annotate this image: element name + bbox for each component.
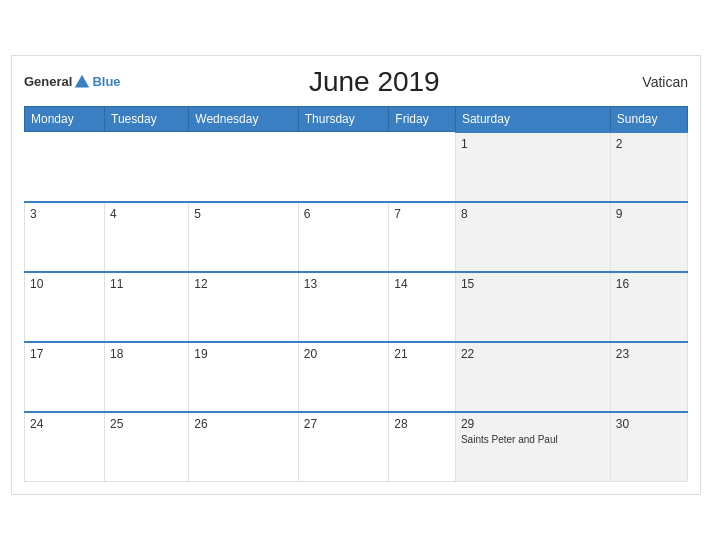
- country-label: Vatican: [628, 74, 688, 90]
- calendar-cell: 11: [105, 272, 189, 342]
- calendar-cell: 14: [389, 272, 456, 342]
- logo-blue-text: Blue: [92, 74, 120, 89]
- calendar-cell: 3: [25, 202, 105, 272]
- day-number: 14: [394, 277, 450, 291]
- calendar-cell: 9: [610, 202, 687, 272]
- day-number: 15: [461, 277, 605, 291]
- calendar-cell: [25, 132, 105, 202]
- day-number: 27: [304, 417, 384, 431]
- day-number: 28: [394, 417, 450, 431]
- day-number: 3: [30, 207, 99, 221]
- calendar-week-3: 10111213141516: [25, 272, 688, 342]
- column-header-tuesday: Tuesday: [105, 106, 189, 132]
- calendar-cell: 26: [189, 412, 298, 482]
- calendar-cell: 18: [105, 342, 189, 412]
- day-number: 25: [110, 417, 183, 431]
- column-header-sunday: Sunday: [610, 106, 687, 132]
- calendar-cell: 23: [610, 342, 687, 412]
- day-number: 24: [30, 417, 99, 431]
- calendar-cell: 7: [389, 202, 456, 272]
- calendar-cell: 20: [298, 342, 389, 412]
- calendar-cell: 24: [25, 412, 105, 482]
- calendar-week-4: 17181920212223: [25, 342, 688, 412]
- calendar-cell: 6: [298, 202, 389, 272]
- day-number: 19: [194, 347, 292, 361]
- calendar-cell: 17: [25, 342, 105, 412]
- calendar-cell: 10: [25, 272, 105, 342]
- calendar-cell: 25: [105, 412, 189, 482]
- calendar-container: General Blue June 2019 Vatican MondayTue…: [11, 55, 701, 496]
- calendar-cell: 29Saints Peter and Paul: [455, 412, 610, 482]
- calendar-cell: 30: [610, 412, 687, 482]
- calendar-cell: 5: [189, 202, 298, 272]
- day-number: 21: [394, 347, 450, 361]
- calendar-cell: 2: [610, 132, 687, 202]
- column-header-monday: Monday: [25, 106, 105, 132]
- month-title: June 2019: [121, 66, 628, 98]
- day-number: 2: [616, 137, 682, 151]
- day-headers: MondayTuesdayWednesdayThursdayFridaySatu…: [25, 106, 688, 132]
- day-number: 16: [616, 277, 682, 291]
- day-number: 29: [461, 417, 605, 431]
- column-header-saturday: Saturday: [455, 106, 610, 132]
- svg-marker-0: [75, 75, 89, 88]
- calendar-cell: 16: [610, 272, 687, 342]
- column-header-wednesday: Wednesday: [189, 106, 298, 132]
- calendar-cell: [298, 132, 389, 202]
- calendar-cell: 13: [298, 272, 389, 342]
- day-number: 26: [194, 417, 292, 431]
- calendar-week-1: 12: [25, 132, 688, 202]
- calendar-grid: MondayTuesdayWednesdayThursdayFridaySatu…: [24, 106, 688, 483]
- column-header-thursday: Thursday: [298, 106, 389, 132]
- day-number: 1: [461, 137, 605, 151]
- day-number: 18: [110, 347, 183, 361]
- day-number: 4: [110, 207, 183, 221]
- event-label: Saints Peter and Paul: [461, 433, 605, 446]
- day-number: 20: [304, 347, 384, 361]
- calendar-cell: 27: [298, 412, 389, 482]
- calendar-cell: 22: [455, 342, 610, 412]
- day-number: 11: [110, 277, 183, 291]
- logo: General Blue: [24, 73, 121, 91]
- day-number: 8: [461, 207, 605, 221]
- calendar-cell: 19: [189, 342, 298, 412]
- calendar-header-row: MondayTuesdayWednesdayThursdayFridaySatu…: [25, 106, 688, 132]
- day-number: 10: [30, 277, 99, 291]
- day-number: 23: [616, 347, 682, 361]
- calendar-cell: 21: [389, 342, 456, 412]
- day-number: 5: [194, 207, 292, 221]
- day-number: 9: [616, 207, 682, 221]
- day-number: 12: [194, 277, 292, 291]
- column-header-friday: Friday: [389, 106, 456, 132]
- day-number: 6: [304, 207, 384, 221]
- day-number: 13: [304, 277, 384, 291]
- calendar-cell: 12: [189, 272, 298, 342]
- day-number: 7: [394, 207, 450, 221]
- calendar-cell: 15: [455, 272, 610, 342]
- day-number: 22: [461, 347, 605, 361]
- day-number: 30: [616, 417, 682, 431]
- calendar-body: 1234567891011121314151617181920212223242…: [25, 132, 688, 482]
- calendar-week-5: 242526272829Saints Peter and Paul30: [25, 412, 688, 482]
- calendar-cell: [189, 132, 298, 202]
- calendar-cell: [389, 132, 456, 202]
- calendar-cell: [105, 132, 189, 202]
- day-number: 17: [30, 347, 99, 361]
- calendar-cell: 4: [105, 202, 189, 272]
- calendar-cell: 1: [455, 132, 610, 202]
- logo-icon: [73, 73, 91, 91]
- calendar-cell: 8: [455, 202, 610, 272]
- logo-general-text: General: [24, 74, 72, 89]
- calendar-week-2: 3456789: [25, 202, 688, 272]
- calendar-header: General Blue June 2019 Vatican: [24, 66, 688, 98]
- calendar-cell: 28: [389, 412, 456, 482]
